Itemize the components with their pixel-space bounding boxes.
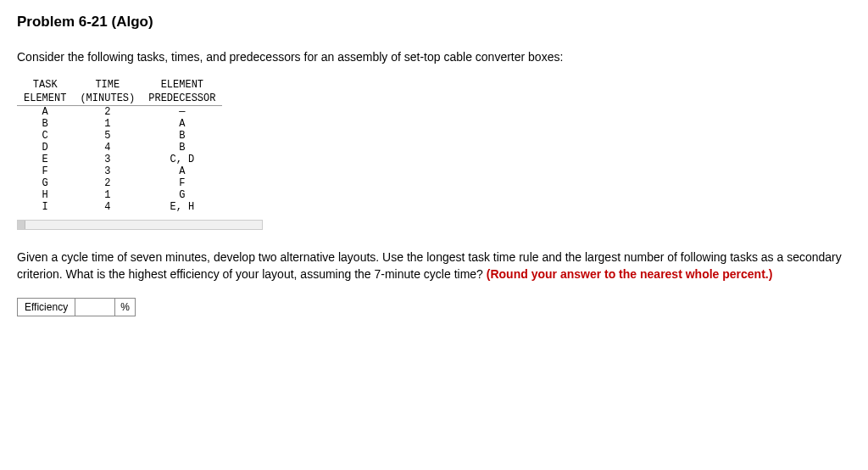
cell-element: E: [17, 154, 73, 165]
th-predecessor: PREDECESSOR: [142, 92, 222, 106]
cell-pred: G: [142, 189, 222, 201]
cell-time: 1: [73, 189, 142, 201]
efficiency-input[interactable]: [75, 299, 115, 316]
cell-element: H: [17, 189, 73, 201]
cell-pred: E, H: [142, 201, 222, 213]
cell-pred: A: [142, 118, 222, 130]
cell-pred: —: [142, 105, 222, 118]
th-element: ELEMENT: [142, 78, 222, 92]
table-header-row-1: TASK TIME ELEMENT: [17, 78, 222, 92]
horizontal-scrollbar[interactable]: [17, 220, 263, 230]
cell-time: 1: [73, 118, 142, 130]
task-table-wrapper: TASK TIME ELEMENT ELEMENT (MINUTES) PRED…: [17, 78, 263, 230]
problem-title: Problem 6-21 (Algo): [17, 14, 851, 31]
table-row: G 2 F: [17, 177, 222, 189]
cell-time: 2: [73, 177, 142, 189]
cell-element: D: [17, 142, 73, 154]
table-row: A 2 —: [17, 105, 222, 118]
th-element-sub: ELEMENT: [17, 92, 73, 106]
cell-time: 4: [73, 201, 142, 213]
cell-element: C: [17, 130, 73, 142]
table-row: D 4 B: [17, 142, 222, 154]
cell-time: 3: [73, 165, 142, 177]
cell-pred: B: [142, 142, 222, 154]
cell-time: 4: [73, 142, 142, 154]
cell-time: 3: [73, 154, 142, 165]
cell-time: 5: [73, 130, 142, 142]
cell-element: G: [17, 177, 73, 189]
cell-element: B: [17, 118, 73, 130]
efficiency-unit: %: [115, 299, 135, 316]
th-time: TIME: [73, 78, 142, 92]
cell-pred: A: [142, 165, 222, 177]
efficiency-label: Efficiency: [18, 299, 75, 316]
table-row: E 3 C, D: [17, 154, 222, 165]
answer-row: Efficiency %: [17, 298, 136, 316]
cell-element: A: [17, 105, 73, 118]
cell-time: 2: [73, 105, 142, 118]
cell-element: F: [17, 165, 73, 177]
question-text: Given a cycle time of seven minutes, dev…: [17, 249, 851, 283]
table-row: B 1 A: [17, 118, 222, 130]
cell-element: I: [17, 201, 73, 213]
cell-pred: C, D: [142, 154, 222, 165]
scrollbar-thumb[interactable]: [18, 221, 25, 229]
cell-pred: B: [142, 130, 222, 142]
cell-pred: F: [142, 177, 222, 189]
th-task: TASK: [17, 78, 73, 92]
table-header-row-2: ELEMENT (MINUTES) PREDECESSOR: [17, 92, 222, 106]
intro-text: Consider the following tasks, times, and…: [17, 49, 851, 66]
question-rounding-note: (Round your answer to the nearest whole …: [487, 267, 773, 281]
th-minutes: (MINUTES): [73, 92, 142, 106]
table-row: C 5 B: [17, 130, 222, 142]
table-row: F 3 A: [17, 165, 222, 177]
task-table: TASK TIME ELEMENT ELEMENT (MINUTES) PRED…: [17, 78, 222, 213]
table-row: I 4 E, H: [17, 201, 222, 213]
table-row: H 1 G: [17, 189, 222, 201]
